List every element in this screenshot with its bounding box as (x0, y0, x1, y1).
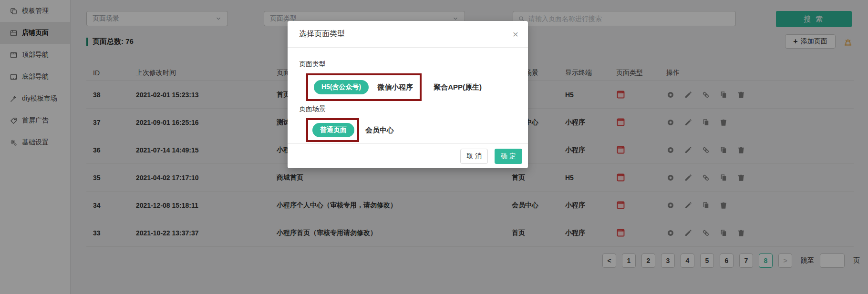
modal-header: 选择页面类型 × (288, 21, 528, 48)
modal-footer: 取 消 确 定 (288, 143, 528, 168)
select-page-type-modal: 选择页面类型 × 页面类型 H5(含公众号) 微信小程序 聚合APP(原生) 页… (288, 21, 528, 168)
option-hybrid-app[interactable]: 聚合APP(原生) (434, 83, 482, 92)
option-normal-page-selected[interactable]: 普通页面 (312, 123, 354, 137)
option-h5-selected[interactable]: H5(含公众号) (314, 80, 369, 94)
confirm-button[interactable]: 确 定 (495, 149, 522, 164)
modal-body: 页面类型 H5(含公众号) 微信小程序 聚合APP(原生) 页面场景 普通页面 … (288, 48, 528, 142)
annotation-box-page-scene: 普通页面 (306, 118, 359, 142)
annotation-box-page-type: H5(含公众号) 微信小程序 (306, 73, 422, 101)
cancel-button[interactable]: 取 消 (460, 149, 488, 164)
page-type-label: 页面类型 (299, 60, 517, 69)
option-wechat-miniprogram[interactable]: 微信小程序 (377, 83, 413, 92)
close-icon[interactable]: × (513, 29, 518, 39)
page-scene-label: 页面场景 (299, 105, 517, 113)
option-member-center[interactable]: 会员中心 (365, 126, 394, 135)
modal-title: 选择页面类型 (299, 29, 345, 39)
